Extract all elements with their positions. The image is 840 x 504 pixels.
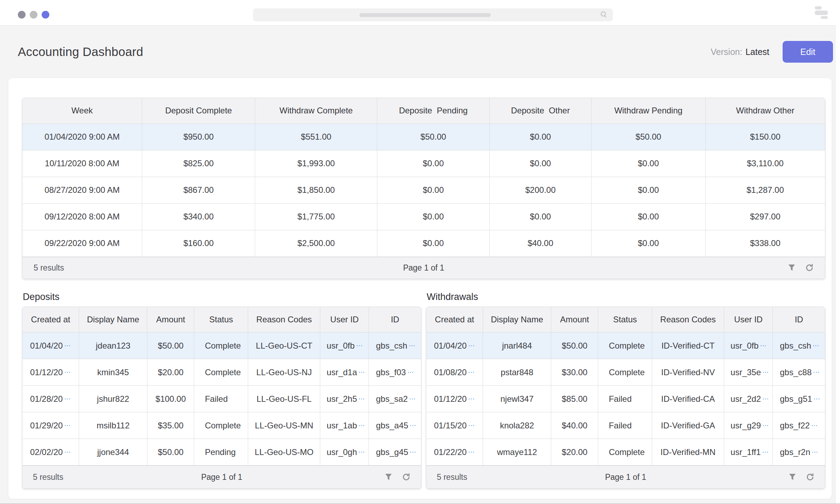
column-header: Deposit Complete (142, 98, 255, 124)
table-row[interactable]: 10/11/2020 8:00 AM$825.00$1,993.00$0.00$… (22, 150, 825, 177)
table-cell: 02/02/20··· (22, 439, 79, 465)
table-cell: $3,110.00 (705, 150, 825, 177)
table-cell: $50.00 (551, 332, 598, 359)
table-cell: gbs_csh··· (773, 332, 825, 359)
table-cell: Complete (598, 332, 652, 359)
table-cell: $340.00 (142, 203, 255, 230)
table-cell: jjone344 (79, 439, 147, 465)
table-cell: jshur822 (79, 386, 147, 412)
table-cell: kmin345 (79, 359, 147, 386)
table-row[interactable]: 01/04/20···jdean123$50.00CompleteLL-Geo-… (22, 332, 421, 359)
table-cell: $0.00 (592, 150, 706, 177)
small-table-frame: Created atDisplay NameAmountStatusReason… (22, 307, 421, 489)
truncation-ellipsis-icon: ··· (356, 343, 363, 349)
column-header: Withdraw Pending (592, 98, 706, 124)
scrollbar-track[interactable] (835, 25, 840, 503)
window-dot-3[interactable] (42, 11, 49, 19)
small-table-frame: Created atDisplay NameAmountStatusReason… (426, 307, 825, 489)
deposits-title: Deposits (23, 292, 421, 302)
table-row[interactable]: 01/04/2020 9:00 AM$950.00$551.00$50.00$0… (22, 124, 825, 150)
address-placeholder-line (359, 13, 491, 17)
refresh-icon[interactable] (805, 263, 814, 272)
detail-tables: Deposits Created atDisplay NameAmountSta… (22, 292, 825, 489)
table-row[interactable]: 01/04/20···jnarl484$50.00CompleteID-Veri… (426, 332, 825, 359)
header-row: Created atDisplay NameAmountStatusReason… (426, 307, 825, 332)
table-cell: gbs_a45··· (369, 412, 421, 439)
table-row[interactable]: 01/08/20···pstar848$30.00CompleteID-Veri… (426, 359, 825, 386)
truncation-ellipsis-icon: ··· (408, 370, 414, 375)
table-row[interactable]: 01/29/20···msilb112$35.00CompleteLL-Geo-… (22, 412, 421, 439)
table-row[interactable]: 08/27/2020 9:00 AM$867.00$1,850.00$0.00$… (22, 177, 825, 203)
page-indicator: Page 1 of 1 (201, 472, 243, 482)
column-header: Display Name (79, 307, 147, 332)
truncation-ellipsis-icon: ··· (468, 449, 475, 455)
table-cell: 01/22/20··· (426, 439, 483, 465)
column-header: User ID (724, 307, 773, 332)
deposits-table: Created atDisplay NameAmountStatusReason… (22, 307, 421, 489)
table-cell: $2,500.00 (255, 230, 377, 257)
truncation-ellipsis-icon: ··· (763, 396, 769, 402)
table-cell: 01/04/20··· (426, 332, 483, 359)
search-icon[interactable] (600, 10, 608, 19)
deposits-section: Deposits Created atDisplay NameAmountSta… (22, 292, 421, 489)
column-header: Withdraw Complete (255, 98, 377, 124)
truncation-ellipsis-icon: ··· (468, 423, 475, 428)
table-cell: wmaye112 (483, 439, 551, 465)
table-row[interactable]: 01/12/20···njewl347$85.00FailedID-Verifi… (426, 386, 825, 412)
table-row[interactable]: 02/02/20···jjone344$50.00PendingLL-Geo-U… (22, 439, 421, 465)
table-cell: 01/29/20··· (22, 412, 79, 439)
truncation-ellipsis-icon: ··· (64, 423, 71, 428)
table-row[interactable]: 09/22/2020 9:00 AM$160.00$2,500.00$0.00$… (22, 230, 825, 257)
page-indicator: Page 1 of 1 (403, 263, 444, 273)
table-row[interactable]: 01/15/20···knola282$40.00FailedID-Verifi… (426, 412, 825, 439)
column-header: Amount (147, 307, 194, 332)
small-table-footer: 5 resultsPage 1 of 1 (22, 465, 421, 488)
filter-icon[interactable] (788, 472, 797, 482)
filter-icon[interactable] (384, 472, 393, 482)
table-cell: $20.00 (147, 359, 194, 386)
truncation-ellipsis-icon: ··· (812, 423, 818, 428)
dashboard-card: WeekDeposit CompleteWithdraw CompleteDep… (8, 78, 832, 499)
table-cell: $0.00 (592, 203, 706, 230)
truncation-ellipsis-icon: ··· (468, 370, 475, 375)
table-row[interactable]: 01/28/20···jshur822$100.00FailedLL-Geo-U… (22, 386, 421, 412)
table-cell: 01/08/20··· (426, 359, 483, 386)
table-cell: $30.00 (551, 359, 598, 386)
filter-icon[interactable] (787, 263, 796, 272)
table-cell: ID-Verified-GA (652, 412, 724, 439)
browser-menu-icon[interactable] (815, 6, 828, 19)
window-dot-1[interactable] (18, 11, 26, 19)
truncation-ellipsis-icon: ··· (763, 449, 769, 455)
weekly-table-footer: 5 resultsPage 1 of 1 (22, 257, 825, 279)
truncation-ellipsis-icon: ··· (468, 343, 475, 349)
results-count: 5 results (33, 472, 63, 482)
address-bar[interactable] (253, 8, 613, 21)
table-cell: msilb112 (79, 412, 147, 439)
table-cell: 09/12/2020 8:00 AM (22, 203, 142, 230)
table-cell: gbs_c88··· (773, 359, 825, 386)
truncation-ellipsis-icon: ··· (359, 370, 365, 375)
window-dot-2[interactable] (30, 11, 37, 19)
table-cell: ID-Verified-NV (652, 359, 724, 386)
truncation-ellipsis-icon: ··· (813, 370, 820, 375)
table-cell: gbs_f22··· (773, 412, 825, 439)
table-row[interactable]: 01/22/20···wmaye112$20.00CompleteID-Veri… (426, 439, 825, 465)
column-header: Created at (22, 307, 79, 332)
table-cell: $50.00 (147, 439, 194, 465)
table-row[interactable]: 01/12/20···kmin345$20.00CompleteLL-Geo-U… (22, 359, 421, 386)
table-cell: $100.00 (147, 386, 194, 412)
truncation-ellipsis-icon: ··· (64, 396, 71, 402)
window-controls (18, 11, 49, 19)
truncation-ellipsis-icon: ··· (409, 343, 416, 349)
refresh-icon[interactable] (805, 472, 814, 482)
table-cell: usr_35e··· (724, 359, 773, 386)
table-row[interactable]: 09/12/2020 8:00 AM$340.00$1,775.00$0.00$… (22, 203, 825, 230)
refresh-icon[interactable] (401, 472, 411, 482)
page-indicator: Page 1 of 1 (605, 472, 646, 482)
table-cell: $1,993.00 (255, 150, 377, 177)
edit-button[interactable]: Edit (783, 41, 833, 63)
table-cell: LL-Geo-US-MO (248, 439, 320, 465)
table-cell: usr_2h5··· (320, 386, 369, 412)
truncation-ellipsis-icon: ··· (814, 396, 820, 402)
column-header: ID (773, 307, 825, 332)
